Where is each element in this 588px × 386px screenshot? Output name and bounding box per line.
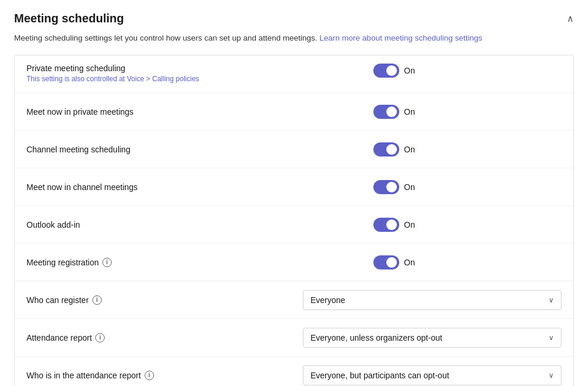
setting-label-who-can-register: Who can registeri	[26, 295, 102, 305]
toggle-slider-outlook-add-in	[373, 218, 399, 232]
info-icon-meeting-registration[interactable]: i	[102, 258, 112, 267]
panel-description: Meeting scheduling settings let you cont…	[14, 32, 574, 44]
setting-label-text-private-meeting-scheduling: Private meeting scheduling	[26, 64, 125, 73]
dropdown-arrow-attendance-report: ∨	[549, 334, 554, 342]
setting-label-text-who-can-register: Who can register	[26, 295, 89, 305]
setting-control-attendance-report: Everyone, unless organizers opt-out∨	[303, 328, 562, 348]
setting-label-who-is-in-attendance-report: Who is in the attendance reporti	[26, 371, 154, 380]
setting-control-meeting-registration: On	[373, 255, 562, 269]
setting-control-who-can-register: Everyone∨	[303, 290, 562, 310]
panel-title: Meeting scheduling	[14, 12, 124, 25]
toggle-label-meeting-registration: On	[404, 258, 415, 267]
dropdown-arrow-who-is-in-attendance-report: ∨	[549, 371, 554, 380]
info-icon-attendance-report[interactable]: i	[95, 333, 105, 342]
toggle-slider-meet-now-channel	[373, 180, 399, 194]
setting-label-text-meet-now-channel: Meet now in channel meetings	[26, 182, 138, 192]
setting-label-text-outlook-add-in: Outlook add-in	[26, 220, 80, 229]
toggle-label-meet-now-private: On	[404, 107, 415, 117]
settings-card: Private meeting schedulingThis setting i…	[14, 55, 574, 386]
setting-label-group-who-can-register: Who can registeri	[26, 295, 102, 305]
setting-row-outlook-add-in: Outlook add-inOn	[15, 206, 573, 244]
toggle-meet-now-channel[interactable]: On	[373, 180, 415, 194]
dropdown-value-who-can-register: Everyone	[310, 295, 345, 305]
toggle-label-meet-now-channel: On	[404, 182, 415, 192]
setting-row-meet-now-channel: Meet now in channel meetingsOn	[15, 168, 573, 206]
setting-row-meeting-registration: Meeting registrationiOn	[15, 244, 573, 281]
setting-row-attendance-report: Attendance reportiEveryone, unless organ…	[15, 319, 573, 357]
setting-label-private-meeting-scheduling: Private meeting scheduling	[26, 64, 199, 73]
info-icon-who-is-in-attendance-report[interactable]: i	[145, 371, 154, 380]
setting-label-group-meeting-registration: Meeting registrationi	[26, 258, 112, 267]
setting-label-group-private-meeting-scheduling: Private meeting schedulingThis setting i…	[26, 64, 199, 83]
setting-label-group-who-is-in-attendance-report: Who is in the attendance reporti	[26, 371, 154, 380]
toggle-private-meeting-scheduling[interactable]: On	[373, 64, 415, 78]
setting-label-text-channel-meeting-scheduling: Channel meeting scheduling	[26, 145, 131, 154]
setting-label-text-meeting-registration: Meeting registration	[26, 258, 99, 267]
setting-control-private-meeting-scheduling: On	[373, 64, 562, 78]
toggle-label-outlook-add-in: On	[404, 220, 415, 229]
setting-row-channel-meeting-scheduling: Channel meeting schedulingOn	[15, 131, 573, 168]
sublabel-link-private-meeting-scheduling[interactable]: Voice > Calling policies	[127, 75, 199, 83]
setting-control-meet-now-channel: On	[373, 180, 562, 194]
setting-label-text-meet-now-private: Meet now in private meetings	[26, 107, 133, 117]
panel-description-text: Meeting scheduling settings let you cont…	[14, 34, 318, 42]
setting-sublabel-private-meeting-scheduling: This setting is also controlled at Voice…	[26, 75, 199, 83]
setting-label-meeting-registration: Meeting registrationi	[26, 258, 112, 267]
setting-control-outlook-add-in: On	[373, 218, 562, 232]
collapse-icon[interactable]: ∧	[567, 13, 574, 24]
setting-label-group-attendance-report: Attendance reporti	[26, 333, 105, 342]
toggle-channel-meeting-scheduling[interactable]: On	[373, 142, 415, 157]
toggle-outlook-add-in[interactable]: On	[373, 218, 415, 232]
toggle-slider-channel-meeting-scheduling	[373, 142, 399, 157]
dropdown-value-attendance-report: Everyone, unless organizers opt-out	[310, 333, 442, 342]
setting-row-who-can-register: Who can registeriEveryone∨	[15, 281, 573, 319]
setting-label-channel-meeting-scheduling: Channel meeting scheduling	[26, 145, 131, 154]
setting-label-text-attendance-report: Attendance report	[26, 333, 92, 342]
toggle-slider-meet-now-private	[373, 105, 399, 119]
meeting-scheduling-panel: Meeting scheduling ∧ Meeting scheduling …	[0, 0, 588, 386]
toggle-label-channel-meeting-scheduling: On	[404, 145, 415, 154]
toggle-slider-meeting-registration	[373, 255, 399, 269]
setting-control-channel-meeting-scheduling: On	[373, 142, 562, 157]
dropdown-arrow-who-can-register: ∨	[549, 296, 554, 304]
setting-label-group-meet-now-private: Meet now in private meetings	[26, 107, 133, 117]
toggle-meet-now-private[interactable]: On	[373, 105, 415, 119]
toggle-meeting-registration[interactable]: On	[373, 255, 415, 269]
learn-more-link[interactable]: Learn more about meeting scheduling sett…	[319, 34, 482, 42]
setting-label-text-who-is-in-attendance-report: Who is in the attendance report	[26, 371, 141, 380]
setting-label-meet-now-channel: Meet now in channel meetings	[26, 182, 138, 192]
setting-row-private-meeting-scheduling: Private meeting schedulingThis setting i…	[15, 55, 573, 93]
dropdown-value-who-is-in-attendance-report: Everyone, but participants can opt-out	[310, 371, 449, 380]
setting-control-meet-now-private: On	[373, 105, 562, 119]
info-icon-who-can-register[interactable]: i	[92, 295, 102, 305]
dropdown-who-can-register[interactable]: Everyone∨	[303, 290, 562, 310]
setting-label-group-outlook-add-in: Outlook add-in	[26, 220, 80, 229]
setting-control-who-is-in-attendance-report: Everyone, but participants can opt-out∨	[303, 365, 562, 385]
setting-label-group-channel-meeting-scheduling: Channel meeting scheduling	[26, 145, 131, 154]
dropdown-who-is-in-attendance-report[interactable]: Everyone, but participants can opt-out∨	[303, 365, 562, 385]
toggle-slider-private-meeting-scheduling	[373, 64, 399, 78]
toggle-label-private-meeting-scheduling: On	[404, 66, 415, 75]
panel-header: Meeting scheduling ∧	[14, 12, 574, 25]
setting-row-meet-now-private: Meet now in private meetingsOn	[15, 93, 573, 131]
setting-label-meet-now-private: Meet now in private meetings	[26, 107, 133, 117]
setting-label-group-meet-now-channel: Meet now in channel meetings	[26, 182, 138, 192]
setting-row-who-is-in-attendance-report: Who is in the attendance reportiEveryone…	[15, 357, 573, 386]
dropdown-attendance-report[interactable]: Everyone, unless organizers opt-out∨	[303, 328, 562, 348]
setting-label-outlook-add-in: Outlook add-in	[26, 220, 80, 229]
setting-label-attendance-report: Attendance reporti	[26, 333, 105, 342]
